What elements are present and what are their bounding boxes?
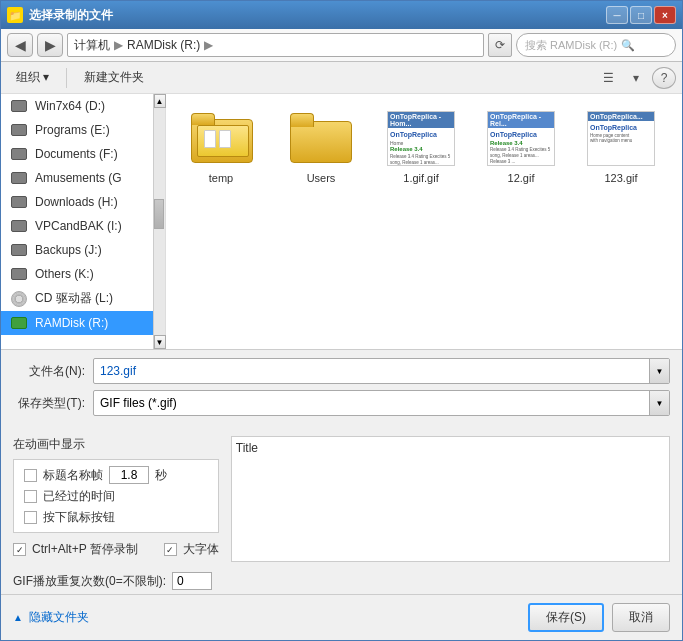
sidebar-item-downloads[interactable]: Downloads (H:) xyxy=(1,190,153,214)
form-area: 文件名(N): ▼ 保存类型(T): GIF files (*.gif) ▼ xyxy=(1,349,682,430)
address-path[interactable]: 计算机 ▶ RAMDisk (R:) ▶ xyxy=(67,33,484,57)
scroll-up-arrow[interactable]: ▲ xyxy=(154,94,166,108)
sidebar-item-backups[interactable]: Backups (J:) xyxy=(1,238,153,262)
gif2-icon: OnTopReplica - Rel... OnTopReplica Relea… xyxy=(486,108,556,168)
sidebar-label: CD 驱动器 (L:) xyxy=(35,290,113,307)
gif1-icon: OnTopReplica - Hom... OnTopReplica Home … xyxy=(386,108,456,168)
checkbox-row-2: 已经过的时间 xyxy=(24,488,208,505)
sidebar-item-programs[interactable]: Programs (E:) xyxy=(1,118,153,142)
sidebar-item-documents[interactable]: Documents (F:) xyxy=(1,142,153,166)
sidebar-label: VPCandBAK (I:) xyxy=(35,219,122,233)
gif-repeat-input[interactable] xyxy=(172,572,212,590)
gif-header: OnTopReplica - Hom... xyxy=(388,112,454,128)
cancel-button[interactable]: 取消 xyxy=(612,603,670,632)
view-dropdown-button[interactable]: ▾ xyxy=(624,67,648,89)
toolbar-right: ☰ ▾ ? xyxy=(596,67,676,89)
back-button[interactable]: ◀ xyxy=(7,33,33,57)
options-group: 标题名称帧 秒 已经过的时间 按下鼠标按钮 xyxy=(13,459,219,533)
checkbox-title[interactable] xyxy=(24,469,37,482)
checkbox-mouse[interactable] xyxy=(24,511,37,524)
drive-icon xyxy=(9,218,29,234)
drive-icon xyxy=(9,146,29,162)
filetype-input-wrapper: GIF files (*.gif) ▼ xyxy=(93,390,670,416)
path-text: 计算机 ▶ RAMDisk (R:) ▶ xyxy=(74,37,215,54)
search-icon: 🔍 xyxy=(621,39,635,52)
sidebar-label: Programs (E:) xyxy=(35,123,110,137)
forward-button[interactable]: ▶ xyxy=(37,33,63,57)
filetype-dropdown[interactable]: ▼ xyxy=(649,391,669,415)
view-button[interactable]: ☰ xyxy=(596,67,620,89)
gif2-header: OnTopReplica - Rel... xyxy=(488,112,554,128)
sidebar-item-vpcandback[interactable]: VPCandBAK (I:) xyxy=(1,214,153,238)
file-name-users: Users xyxy=(307,172,336,184)
file-item-temp[interactable]: temp xyxy=(176,104,266,188)
sidebar-item-others[interactable]: Others (K:) xyxy=(1,262,153,286)
gif-repeat-label: GIF播放重复次数(0=不限制): xyxy=(13,573,166,590)
hide-folder-button[interactable]: ▲ 隐藏文件夹 xyxy=(13,609,89,626)
file-item-123gif[interactable]: OnTopReplica... OnTopReplica Home page c… xyxy=(576,104,666,188)
sidebar-item-cd[interactable]: CD 驱动器 (L:) xyxy=(1,286,153,311)
filename-row: 文件名(N): ▼ xyxy=(13,358,670,384)
gif3-icon: OnTopReplica... OnTopReplica Home page c… xyxy=(586,108,656,168)
file-name-123gif: 123.gif xyxy=(604,172,637,184)
file-name-temp: temp xyxy=(209,172,233,184)
bigfont-row: 大字体 xyxy=(164,541,219,558)
filetype-label: 保存类型(T): xyxy=(13,395,93,412)
filename-input-wrapper: ▼ xyxy=(93,358,670,384)
sidebar-list: Win7x64 (D:) Programs (E:) Documents (F:… xyxy=(1,94,153,349)
scroll-down-arrow[interactable]: ▼ xyxy=(154,335,166,349)
title-box[interactable]: Title xyxy=(231,436,670,562)
gif3-content: OnTopReplica Home page contentwith navig… xyxy=(588,121,654,165)
save-button[interactable]: 保存(S) xyxy=(528,603,604,632)
drive-icon xyxy=(9,266,29,282)
checkbox-bigfont[interactable] xyxy=(164,543,177,556)
bottom-bar: ▲ 隐藏文件夹 保存(S) 取消 xyxy=(1,594,682,640)
window-title: 选择录制的文件 xyxy=(29,7,606,24)
maximize-button[interactable]: □ xyxy=(630,6,652,24)
checkbox-hotkey[interactable] xyxy=(13,543,26,556)
sidebar-label: Downloads (H:) xyxy=(35,195,118,209)
filename-dropdown[interactable]: ▼ xyxy=(649,359,669,383)
refresh-button[interactable]: ⟳ xyxy=(488,33,512,57)
sidebar-scrollbar[interactable]: ▲ ▼ xyxy=(153,94,165,349)
sidebar-label: Backups (J:) xyxy=(35,243,102,257)
filename-input[interactable] xyxy=(94,359,649,383)
minimize-button[interactable]: ─ xyxy=(606,6,628,24)
bigfont-group: 大字体 xyxy=(164,541,219,558)
address-bar: ◀ ▶ 计算机 ▶ RAMDisk (R:) ▶ ⟳ 搜索 RAMDisk (R… xyxy=(1,29,682,62)
organize-button[interactable]: 组织 ▾ xyxy=(7,65,58,90)
main-window: 📁 选择录制的文件 ─ □ × ◀ ▶ 计算机 ▶ RAMDisk (R:) ▶… xyxy=(0,0,683,641)
file-item-users[interactable]: Users xyxy=(276,104,366,188)
close-button[interactable]: × xyxy=(654,6,676,24)
duration-input[interactable] xyxy=(109,466,149,484)
main-area: Win7x64 (D:) Programs (E:) Documents (F:… xyxy=(1,94,682,349)
sidebar-item-win7x64[interactable]: Win7x64 (D:) xyxy=(1,94,153,118)
folder-open-icon xyxy=(186,108,256,168)
ramdisk-icon xyxy=(9,315,29,331)
checkbox-title-label: 标题名称帧 xyxy=(43,467,103,484)
new-folder-button[interactable]: 新建文件夹 xyxy=(75,65,153,90)
scroll-track[interactable] xyxy=(154,108,165,335)
triangle-icon: ▲ xyxy=(13,612,23,623)
cancel-label: 取消 xyxy=(629,610,653,624)
search-box[interactable]: 搜索 RAMDisk (R:) 🔍 xyxy=(516,33,676,57)
filetype-value[interactable]: GIF files (*.gif) xyxy=(94,391,649,415)
checkbox-elapsed[interactable] xyxy=(24,490,37,503)
duration-unit: 秒 xyxy=(155,467,167,484)
hide-folder-label: 隐藏文件夹 xyxy=(29,609,89,626)
sidebar: Win7x64 (D:) Programs (E:) Documents (F:… xyxy=(1,94,166,349)
file-name-12gif: 12.gif xyxy=(508,172,535,184)
sidebar-item-amusements[interactable]: Amusements (G xyxy=(1,166,153,190)
gif-content: OnTopReplica Home Release 3.4 Release 3.… xyxy=(388,128,454,165)
drive-icon xyxy=(9,170,29,186)
file-item-12gif[interactable]: OnTopReplica - Rel... OnTopReplica Relea… xyxy=(476,104,566,188)
gif-repeat-row: GIF播放重复次数(0=不限制): xyxy=(1,568,682,594)
options-area: 在动画中显示 标题名称帧 秒 已经过的时间 按下鼠标按钮 xyxy=(1,430,682,568)
bottom-buttons: 保存(S) 取消 xyxy=(528,603,670,632)
help-button[interactable]: ? xyxy=(652,67,676,89)
scroll-thumb[interactable] xyxy=(154,199,164,229)
sidebar-item-ramdisk[interactable]: RAMDisk (R:) xyxy=(1,311,153,335)
title-bar: 📁 选择录制的文件 ─ □ × xyxy=(1,1,682,29)
drive-icon xyxy=(9,194,29,210)
file-item-1gif[interactable]: OnTopReplica - Hom... OnTopReplica Home … xyxy=(376,104,466,188)
